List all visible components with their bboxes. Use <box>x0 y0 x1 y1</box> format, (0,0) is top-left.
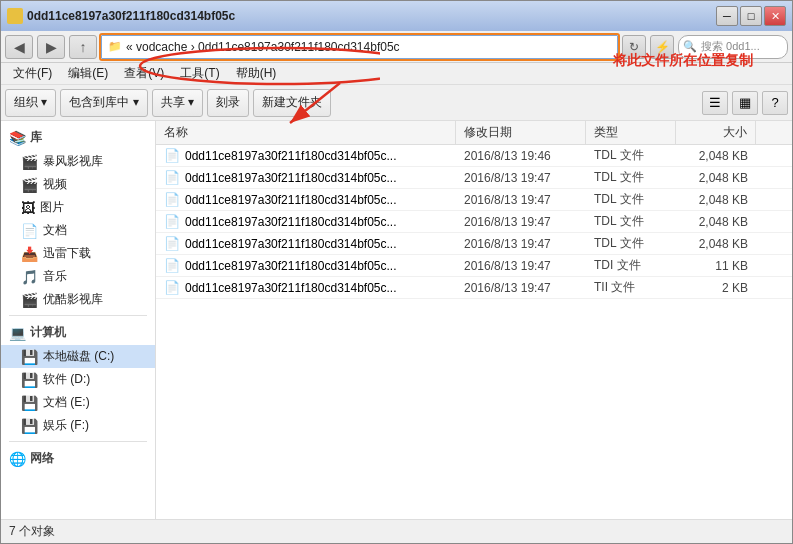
refresh-button[interactable]: ↻ <box>622 35 646 59</box>
col-header-date[interactable]: 修改日期 <box>456 121 586 144</box>
col-header-name[interactable]: 名称 <box>156 121 456 144</box>
sidebar-section-computer: 💻 计算机 <box>1 320 155 345</box>
sidebar-item-video-label: 视频 <box>43 176 67 193</box>
sidebar-item-documents-label: 文档 <box>43 222 67 239</box>
sidebar-divider-1 <box>9 315 147 316</box>
go-button[interactable]: ⚡ <box>650 35 674 59</box>
back-button[interactable]: ◀ <box>5 35 33 59</box>
col-header-size[interactable]: 大小 <box>676 121 756 144</box>
col-header-type[interactable]: 类型 <box>586 121 676 144</box>
file-cell-date: 2016/8/13 19:47 <box>456 189 586 210</box>
file-cell-size: 2,048 KB <box>676 189 756 210</box>
file-cell-type: TDL 文件 <box>586 233 676 254</box>
file-icon: 📄 <box>164 280 180 295</box>
sidebar-item-video[interactable]: 🎬 视频 <box>1 173 155 196</box>
column-headers: 名称 修改日期 类型 大小 <box>156 121 792 145</box>
file-cell-type: TII 文件 <box>586 277 676 298</box>
minimize-button[interactable]: ─ <box>716 6 738 26</box>
file-cell-date: 2016/8/13 19:47 <box>456 211 586 232</box>
table-row[interactable]: 📄 0dd11ce8197a30f211f180cd314bf05c... 20… <box>156 145 792 167</box>
file-name-text: 0dd11ce8197a30f211f180cd314bf05c... <box>185 149 397 163</box>
computer-icon: 💻 <box>9 325 26 341</box>
drive-e-icon: 💾 <box>21 395 38 411</box>
file-cell-date: 2016/8/13 19:47 <box>456 233 586 254</box>
file-cell-size: 11 KB <box>676 255 756 276</box>
search-box[interactable]: 🔍 搜索 0dd1... <box>678 35 788 59</box>
menu-edit[interactable]: 编辑(E) <box>60 63 116 84</box>
main-content: 📚 库 🎬 暴风影视库 🎬 视频 🖼 图片 📄 文档 📥 迅雷下载 <box>1 121 792 519</box>
sidebar-item-drive-c[interactable]: 💾 本地磁盘 (C:) <box>1 345 155 368</box>
menu-view[interactable]: 查看(V) <box>116 63 172 84</box>
file-cell-type: TDL 文件 <box>586 167 676 188</box>
title-bar-left: 0dd11ce8197a30f211f180cd314bf05c <box>7 8 235 24</box>
table-row[interactable]: 📄 0dd11ce8197a30f211f180cd314bf05c... 20… <box>156 167 792 189</box>
menu-file[interactable]: 文件(F) <box>5 63 60 84</box>
sidebar-item-music[interactable]: 🎵 音乐 <box>1 265 155 288</box>
window-title: 0dd11ce8197a30f211f180cd314bf05c <box>27 9 235 23</box>
address-bar-row: ◀ ▶ ↑ 📁 « vodcache › 0dd11ce8197a30f211f… <box>1 31 792 63</box>
table-row[interactable]: 📄 0dd11ce8197a30f211f180cd314bf05c... 20… <box>156 211 792 233</box>
sidebar-item-drive-e-label: 文档 (E:) <box>43 394 90 411</box>
share-button[interactable]: 共享 ▾ <box>152 89 203 117</box>
file-cell-type: TDI 文件 <box>586 255 676 276</box>
sidebar-item-youku[interactable]: 🎬 优酷影视库 <box>1 288 155 311</box>
new-folder-button[interactable]: 新建文件夹 <box>253 89 331 117</box>
file-cell-date: 2016/8/13 19:47 <box>456 255 586 276</box>
file-icon: 📄 <box>164 258 180 273</box>
file-cell-name: 📄 0dd11ce8197a30f211f180cd314bf05c... <box>156 145 456 166</box>
organize-button[interactable]: 组织 ▾ <box>5 89 56 117</box>
search-placeholder: 搜索 0dd1... <box>701 39 760 54</box>
maximize-button[interactable]: □ <box>740 6 762 26</box>
help-button[interactable]: ? <box>762 91 788 115</box>
address-box[interactable]: 📁 « vodcache › 0dd11ce8197a30f211f180cd3… <box>101 35 618 59</box>
sidebar-item-documents[interactable]: 📄 文档 <box>1 219 155 242</box>
sidebar-item-drive-d[interactable]: 💾 软件 (D:) <box>1 368 155 391</box>
pictures-icon: 🖼 <box>21 200 35 216</box>
up-button[interactable]: ↑ <box>69 35 97 59</box>
sidebar-item-music-label: 音乐 <box>43 268 67 285</box>
sidebar: 📚 库 🎬 暴风影视库 🎬 视频 🖼 图片 📄 文档 📥 迅雷下载 <box>1 121 156 519</box>
file-name-text: 0dd11ce8197a30f211f180cd314bf05c... <box>185 259 397 273</box>
status-text: 7 个对象 <box>9 523 55 540</box>
sidebar-section-network-label: 网络 <box>30 450 54 467</box>
sidebar-item-storm-video[interactable]: 🎬 暴风影视库 <box>1 150 155 173</box>
forward-button[interactable]: ▶ <box>37 35 65 59</box>
file-name-text: 0dd11ce8197a30f211f180cd314bf05c... <box>185 281 397 295</box>
window: 0dd11ce8197a30f211f180cd314bf05c ─ □ ✕ ◀… <box>0 0 793 544</box>
file-icon: 📄 <box>164 236 180 251</box>
table-row[interactable]: 📄 0dd11ce8197a30f211f180cd314bf05c... 20… <box>156 277 792 299</box>
file-cell-name: 📄 0dd11ce8197a30f211f180cd314bf05c... <box>156 167 456 188</box>
close-button[interactable]: ✕ <box>764 6 786 26</box>
sidebar-item-drive-e[interactable]: 💾 文档 (E:) <box>1 391 155 414</box>
file-cell-size: 2,048 KB <box>676 145 756 166</box>
view-details-button[interactable]: ☰ <box>702 91 728 115</box>
sidebar-item-thunder[interactable]: 📥 迅雷下载 <box>1 242 155 265</box>
menu-tools[interactable]: 工具(T) <box>172 63 227 84</box>
menu-bar: 文件(F) 编辑(E) 查看(V) 工具(T) 帮助(H) <box>1 63 792 85</box>
library-icon: 📚 <box>9 130 26 146</box>
sidebar-divider-2 <box>9 441 147 442</box>
file-icon: 📄 <box>164 170 180 185</box>
sidebar-item-thunder-label: 迅雷下载 <box>43 245 91 262</box>
file-cell-size: 2,048 KB <box>676 211 756 232</box>
address-folder-icon: 📁 <box>108 40 122 53</box>
file-icon: 📄 <box>164 148 180 163</box>
file-name-text: 0dd11ce8197a30f211f180cd314bf05c... <box>185 171 397 185</box>
table-row[interactable]: 📄 0dd11ce8197a30f211f180cd314bf05c... 20… <box>156 233 792 255</box>
sidebar-item-pictures[interactable]: 🖼 图片 <box>1 196 155 219</box>
menu-help[interactable]: 帮助(H) <box>228 63 285 84</box>
table-row[interactable]: 📄 0dd11ce8197a30f211f180cd314bf05c... 20… <box>156 255 792 277</box>
table-row[interactable]: 📄 0dd11ce8197a30f211f180cd314bf05c... 20… <box>156 189 792 211</box>
search-icon: 🔍 <box>683 40 697 53</box>
view-tiles-button[interactable]: ▦ <box>732 91 758 115</box>
music-icon: 🎵 <box>21 269 38 285</box>
include-library-button[interactable]: 包含到库中 ▾ <box>60 89 147 117</box>
file-cell-date: 2016/8/13 19:47 <box>456 277 586 298</box>
documents-icon: 📄 <box>21 223 38 239</box>
sidebar-section-library-label: 库 <box>30 129 42 146</box>
file-cell-name: 📄 0dd11ce8197a30f211f180cd314bf05c... <box>156 233 456 254</box>
burn-button[interactable]: 刻录 <box>207 89 249 117</box>
sidebar-item-drive-f[interactable]: 💾 娱乐 (F:) <box>1 414 155 437</box>
toolbar: 组织 ▾ 包含到库中 ▾ 共享 ▾ 刻录 新建文件夹 ☰ ▦ ? <box>1 85 792 121</box>
file-icon: 📄 <box>164 214 180 229</box>
